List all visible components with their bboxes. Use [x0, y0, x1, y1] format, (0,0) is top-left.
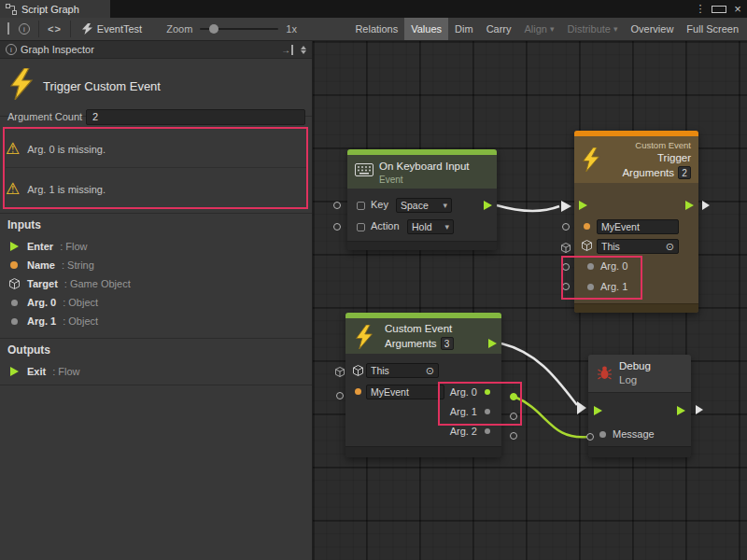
lightning-icon	[582, 147, 600, 174]
value-port[interactable]	[510, 413, 517, 420]
warning-text: Arg. 1 is missing.	[27, 184, 106, 195]
argument-count-input[interactable]: 2	[86, 109, 305, 125]
arg-label: Arg. 1	[600, 281, 627, 292]
target-dropdown[interactable]: This⊙	[366, 363, 439, 378]
argument-count-badge: 3	[441, 337, 454, 350]
value-port[interactable]	[333, 202, 341, 209]
argument-count-row: Argument Count 2	[7, 108, 305, 125]
warning-icon: ⚠	[6, 141, 20, 157]
tab-script-graph[interactable]: Script Graph	[0, 0, 110, 18]
target-icon: ⊙	[666, 240, 674, 253]
unity-script-graph-window: Script Graph ⋮ × i <> EventTest Zoom 1x …	[0, 0, 747, 560]
node-title: Trigger	[657, 152, 691, 163]
port-list-item: Exit: Flow	[7, 362, 306, 381]
gameobject-cube-icon	[353, 365, 363, 378]
code-view-icon[interactable]: <>	[48, 23, 62, 35]
arg-label: Arg. 2	[450, 426, 477, 437]
event-name-input[interactable]: MyEvent	[597, 219, 679, 234]
port-list-item: Name: String	[7, 256, 306, 274]
distribute-button[interactable]: Distribute▾	[561, 18, 625, 40]
tab-title: Script Graph	[21, 4, 79, 15]
zoom-slider-knob[interactable]	[209, 24, 218, 34]
flow-continue-indicator	[696, 405, 703, 414]
object-port-icon	[7, 318, 21, 325]
port-list-item: Enter: Flow	[7, 237, 306, 256]
flow-out-port[interactable]	[484, 201, 492, 210]
node-on-keyboard-input[interactable]: On Keyboard Input Event Key Space▾ Actio…	[347, 149, 497, 250]
action-dropdown[interactable]: Hold▾	[407, 219, 454, 234]
node-title: Debug	[619, 360, 651, 371]
warning-row: ⚠ Arg. 1 is missing.	[6, 171, 306, 208]
dock-icon[interactable]: →	[281, 45, 293, 55]
value-port[interactable]	[510, 432, 517, 440]
flow-in-port[interactable]	[594, 406, 602, 415]
event-name-input[interactable]: MyEvent	[366, 385, 444, 399]
argument-count-badge: 2	[678, 166, 691, 179]
window-menu-icon[interactable]: ⋮	[693, 3, 708, 15]
overview-button[interactable]: Overview	[625, 18, 681, 40]
value-port[interactable]	[333, 223, 341, 231]
flow-port-icon	[7, 367, 21, 376]
dropdown-arrow-icon: ▾	[550, 24, 555, 34]
bug-icon	[597, 365, 613, 383]
value-port[interactable]	[336, 392, 344, 399]
gameobject-port[interactable]	[561, 243, 571, 253]
gameobject-port[interactable]	[335, 367, 345, 377]
string-port-icon	[7, 261, 21, 269]
align-button[interactable]: Align▾	[518, 18, 561, 40]
graph-toolbar: i <> EventTest Zoom 1x Relations Values …	[0, 18, 747, 41]
window-close-icon[interactable]: ×	[730, 2, 745, 16]
flow-in-port[interactable]	[579, 201, 587, 210]
dim-button[interactable]: Dim	[448, 18, 480, 40]
node-subtitle: Arguments	[385, 338, 437, 349]
object-port-icon	[599, 431, 606, 438]
node-trigger-custom-event[interactable]: Custom Event Trigger Arguments 2 MyEvent…	[574, 131, 698, 313]
flow-port-icon	[7, 242, 21, 251]
keyboard-icon	[355, 163, 374, 178]
lock-icon[interactable]	[7, 23, 9, 35]
inputs-header: Inputs	[7, 218, 41, 231]
flow-wire	[497, 205, 559, 211]
value-port[interactable]	[562, 263, 570, 271]
lightning-icon	[9, 68, 34, 102]
key-dropdown[interactable]: Space▾	[396, 198, 452, 213]
flow-out-port[interactable]	[677, 406, 685, 415]
flow-out-port[interactable]	[488, 339, 497, 348]
warning-row: ⚠ Arg. 0 is missing.	[6, 131, 306, 168]
gameobject-cube-icon	[7, 278, 21, 289]
value-port[interactable]	[586, 433, 594, 441]
inspector-header-title: Graph Inspector	[21, 44, 94, 55]
warning-text: Arg. 0 is missing.	[27, 144, 106, 155]
node-custom-event[interactable]: Custom Event Arguments 3 This⊙ MyEvent A…	[345, 313, 501, 457]
node-kind: Custom Event	[635, 140, 691, 150]
scroll-arrows-icon[interactable]	[301, 46, 306, 54]
zoom-slider[interactable]	[200, 28, 278, 30]
node-debug-log[interactable]: Debug Log Message	[588, 355, 691, 457]
warning-icon: ⚠	[6, 181, 20, 197]
relations-button[interactable]: Relations	[348, 18, 404, 40]
window-controls: ⋮ ×	[693, 0, 745, 18]
script-graph-icon	[6, 4, 17, 15]
flow-out-port[interactable]	[685, 201, 694, 210]
dropdown-arrow-icon: ▾	[613, 24, 618, 34]
value-port[interactable]	[562, 223, 570, 231]
key-type-icon	[357, 202, 365, 210]
argument-count-label: Argument Count	[7, 111, 86, 122]
port-list-item: Arg. 1: Object	[7, 312, 306, 330]
object-port-icon	[485, 389, 490, 395]
dropdown-arrow-icon: ▾	[444, 220, 449, 233]
info-icon[interactable]: i	[19, 23, 30, 35]
object-port-icon	[7, 300, 21, 306]
values-button[interactable]: Values	[404, 18, 448, 40]
value-port[interactable]	[562, 283, 570, 290]
target-dropdown[interactable]: This⊙	[597, 239, 679, 254]
carry-button[interactable]: Carry	[480, 18, 518, 40]
value-port-connected[interactable]	[510, 393, 517, 400]
zoom-value: 1x	[286, 23, 297, 35]
node-title: On Keyboard Input	[379, 161, 470, 172]
graph-canvas[interactable]: On Keyboard Input Event Key Space▾ Actio…	[313, 41, 747, 560]
node-subtitle: Log	[619, 374, 637, 385]
full-screen-button[interactable]: Full Screen	[680, 18, 745, 40]
window-restore-icon[interactable]	[712, 4, 726, 15]
object-port-icon	[485, 428, 490, 434]
